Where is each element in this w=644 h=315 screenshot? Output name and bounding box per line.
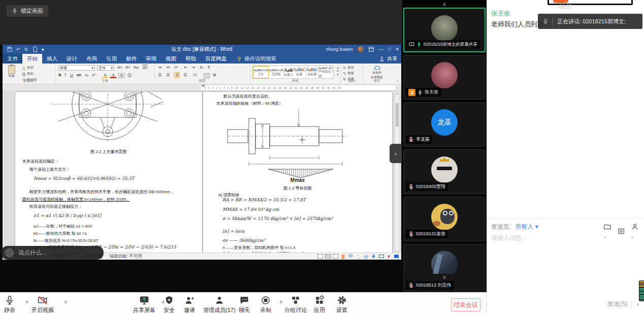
font-name-select[interactable]: 宋体▾	[58, 65, 95, 71]
minimize-button[interactable]: —	[379, 47, 383, 52]
audience-select[interactable]: 所有人 ▾	[515, 223, 538, 231]
mute-options-chevron[interactable]: ∧	[25, 299, 29, 304]
document-canvas[interactable]: 图 2.2 上支重布置图 支承滚轮直径确定： 每个滚轮上最大压力： Nmax =…	[3, 90, 401, 253]
style-subtitle[interactable]: AaBbC副标题	[306, 66, 318, 78]
participant-tile[interactable]: 02018405贾翔	[403, 149, 486, 194]
save-to-baidu-button[interactable]: 保存到百度网盘	[367, 65, 387, 80]
distribute-icon[interactable]: ☰	[183, 73, 187, 77]
settings-button[interactable]: 设置	[336, 295, 347, 314]
copy-button[interactable]: 复制	[22, 72, 37, 76]
style-subtle-emphasis[interactable]: AaBbCcD不明显强调	[318, 66, 332, 78]
italic-button[interactable]: I	[65, 73, 66, 77]
send-options-caret[interactable]: ∨	[636, 302, 639, 307]
highlight-color-icon[interactable]: A	[102, 73, 108, 78]
start-video-button[interactable]: 开启视频	[31, 295, 54, 314]
tab-references[interactable]: 引用	[102, 54, 121, 64]
sogou-keyboard-icon[interactable]	[378, 254, 384, 259]
record-button[interactable]: 录制	[260, 295, 271, 314]
tab-help[interactable]: 帮助	[181, 54, 201, 64]
shrink-font-icon[interactable]: A˅	[125, 65, 131, 70]
account-avatar[interactable]	[358, 46, 364, 52]
find-button[interactable]: 查找	[343, 66, 354, 70]
participant-tile[interactable]: 02018131姜雷	[403, 197, 486, 241]
bold-button[interactable]: B	[58, 73, 61, 77]
sidebar-collapse-handle[interactable]: ›	[390, 144, 402, 163]
style-title[interactable]: AaBbC标题	[293, 66, 306, 78]
decrease-indent-icon[interactable]: ⇤	[184, 65, 188, 70]
participant-tile[interactable]: ∨ 02018513 刘宏伟	[403, 244, 486, 292]
tab-layout[interactable]: 布局	[82, 54, 102, 64]
chat-sender-name[interactable]: 张天依	[491, 10, 510, 18]
sogou-emoji-icon[interactable]: ◎	[363, 254, 369, 259]
char-border-icon[interactable]: A	[143, 65, 147, 69]
invite-button[interactable]: 邀请	[184, 295, 195, 314]
video-options-chevron[interactable]: ∧	[64, 299, 68, 304]
end-meeting-button[interactable]: 结束会议	[451, 298, 480, 311]
manage-members-button[interactable]: 管理成员(17)	[203, 295, 236, 314]
sogou-punctuation-icon[interactable]: ’,	[356, 254, 361, 259]
accessibility-status[interactable]: 辅助功能: 不可用	[110, 254, 142, 260]
sort-icon[interactable]: A↓	[200, 65, 204, 70]
style-emphasis[interactable]: AaBbCcD强调	[333, 66, 334, 78]
participant-tile[interactable]: 龙基 李龙基	[403, 102, 486, 147]
participant-tile-sharing[interactable]: 02018215郑博文的屏幕共享	[403, 8, 486, 52]
tab-mailings[interactable]: 邮件	[121, 54, 141, 64]
sogou-toolbox-icon[interactable]	[394, 254, 399, 259]
enclose-char-icon[interactable]: Ⓐ	[127, 73, 132, 78]
align-left-icon[interactable]: ☰	[158, 73, 162, 77]
style-normal[interactable]: AaBbCcD正文	[253, 66, 269, 78]
print-layout-icon[interactable]	[325, 254, 331, 259]
apps-button[interactable]: 应用	[314, 295, 325, 314]
tab-design[interactable]: 设计	[62, 54, 82, 64]
document-scrollbar[interactable]: ▲	[395, 91, 400, 251]
share-screen-button[interactable]: 共享屏幕	[133, 295, 155, 314]
cut-button[interactable]: 剪切	[22, 66, 37, 70]
tab-file[interactable]: 文件	[3, 54, 22, 64]
shading-icon[interactable]	[204, 73, 210, 78]
screenshot-icon[interactable]	[617, 227, 625, 235]
record-options-chevron[interactable]: ∧	[279, 299, 283, 304]
account-name[interactable]: zheng bowen	[326, 47, 353, 52]
line-spacing-icon[interactable]: ↕≡	[192, 73, 197, 77]
style-heading1[interactable]: AaB标题 1	[284, 66, 293, 78]
strikethrough-icon[interactable]: ab	[77, 73, 81, 77]
sogou-logo[interactable]: S	[340, 254, 346, 259]
tab-insert[interactable]: 插入	[42, 54, 62, 64]
collapse-ribbon-icon[interactable]: ˄	[397, 79, 399, 83]
sogou-mic-icon[interactable]	[371, 254, 376, 259]
send-button[interactable]: 发送(S)	[607, 300, 627, 308]
message-input[interactable]: 请输入消息...	[491, 234, 527, 242]
scroll-up-arrow[interactable]: ▲	[395, 92, 399, 95]
security-button[interactable]: 安全	[164, 295, 175, 314]
sogou-skin-icon[interactable]: ▼	[386, 254, 392, 259]
change-case-icon[interactable]: Aa	[134, 65, 139, 70]
scrollbar-thumb[interactable]	[396, 103, 399, 127]
align-center-icon[interactable]: ☰	[166, 73, 170, 77]
replace-button[interactable]: 替换	[343, 71, 354, 76]
increase-indent-icon[interactable]: ⇥	[191, 65, 195, 70]
tab-review[interactable]: 审阅	[141, 54, 161, 64]
underline-button[interactable]: U	[70, 73, 73, 77]
web-layout-icon[interactable]	[333, 254, 338, 259]
scroll-up-chevron[interactable]: ∧	[402, 1, 487, 8]
paste-button[interactable]: 粘贴	[6, 65, 18, 78]
participant-tile-host[interactable]: 张天依	[403, 55, 486, 100]
share-button[interactable]: 共享	[379, 54, 397, 64]
close-button[interactable]: ✕	[395, 47, 399, 52]
indent-marker[interactable]	[201, 85, 205, 87]
ribbon-display-icon[interactable]	[368, 46, 374, 52]
chat-button[interactable]: 聊天	[239, 295, 250, 314]
bullets-icon[interactable]: ≔	[158, 65, 162, 70]
styles-up-icon[interactable]: ▲	[336, 66, 339, 69]
justify-icon[interactable]: ☰	[174, 72, 180, 78]
file-icon[interactable]: ⌄	[603, 223, 611, 240]
multilevel-list-icon[interactable]: ⁝≡	[174, 65, 178, 70]
styles-down-icon[interactable]: ▼	[336, 70, 339, 73]
sogou-cn-mode-icon[interactable]: 中	[348, 254, 353, 259]
styles-more-icon[interactable]: ▼	[336, 73, 339, 76]
show-marks-icon[interactable]: ¶	[208, 65, 210, 70]
tell-me-search[interactable]: 操作说明搜索	[236, 54, 276, 64]
superscript-icon[interactable]: x²	[92, 73, 95, 77]
font-color-icon[interactable]: A	[110, 73, 116, 78]
borders-icon[interactable]: ⊞	[213, 73, 216, 77]
